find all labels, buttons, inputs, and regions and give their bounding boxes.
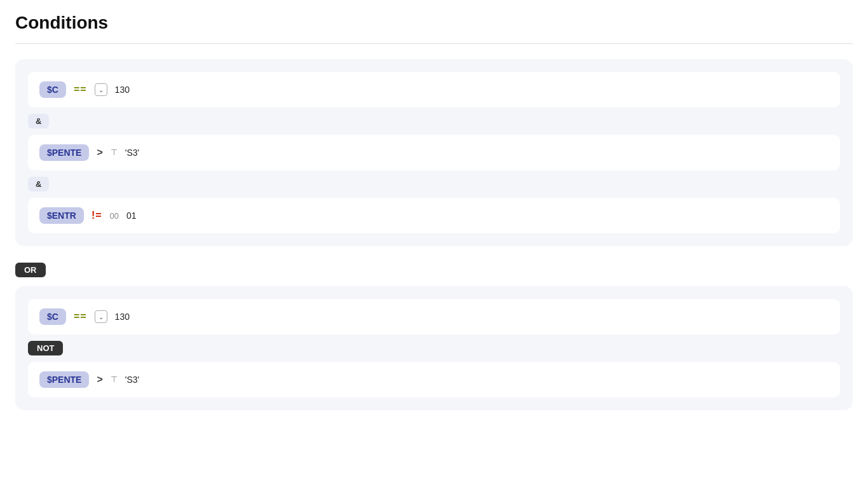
- condition-row-5: $PENTE > ⊤ 'S3': [28, 362, 840, 397]
- chevron-icon-1: ⌄: [95, 83, 107, 96]
- page-title: Conditions: [15, 13, 853, 33]
- value-string-1: 'S3': [125, 148, 139, 158]
- t-icon-1: ⊤: [111, 148, 118, 158]
- operator-gt-2: >: [97, 374, 102, 385]
- condition-row-2: $PENTE > ⊤ 'S3': [28, 135, 840, 170]
- not-connector[interactable]: NOT: [28, 341, 63, 355]
- value-number-2: 01: [126, 210, 137, 221]
- connector-and-1[interactable]: &: [28, 114, 49, 128]
- value-oo-1: 00: [110, 211, 119, 221]
- condition-group-1: $C == ⌄ 130 & $PENTE > ⊤ 'S3' & $ENTR !=…: [15, 59, 853, 246]
- condition-row-1: $C == ⌄ 130: [28, 72, 840, 107]
- connector-and-2[interactable]: &: [28, 177, 49, 191]
- variable-tag-pente2[interactable]: $PENTE: [39, 371, 89, 388]
- condition-row-3: $ENTR != 00 01: [28, 198, 840, 233]
- value-number-3: 130: [115, 312, 130, 322]
- operator-neq-1: !=: [92, 210, 102, 221]
- operator-eq-1: ==: [74, 84, 87, 95]
- variable-tag-pente1[interactable]: $PENTE: [39, 144, 89, 161]
- or-connector[interactable]: OR: [15, 263, 46, 277]
- operator-eq-2: ==: [74, 311, 87, 322]
- value-number-1: 130: [115, 85, 130, 95]
- condition-group-2: $C == ⌄ 130 NOT $PENTE > ⊤ 'S3': [15, 286, 853, 410]
- divider: [15, 43, 853, 44]
- variable-tag-c2[interactable]: $C: [39, 308, 66, 325]
- condition-row-4: $C == ⌄ 130: [28, 299, 840, 334]
- chevron-icon-2: ⌄: [95, 310, 107, 323]
- variable-tag-c1[interactable]: $C: [39, 81, 66, 98]
- variable-tag-entr[interactable]: $ENTR: [39, 207, 84, 224]
- operator-gt-1: >: [97, 147, 102, 158]
- value-string-2: 'S3': [125, 375, 139, 385]
- t-icon-2: ⊤: [111, 375, 118, 385]
